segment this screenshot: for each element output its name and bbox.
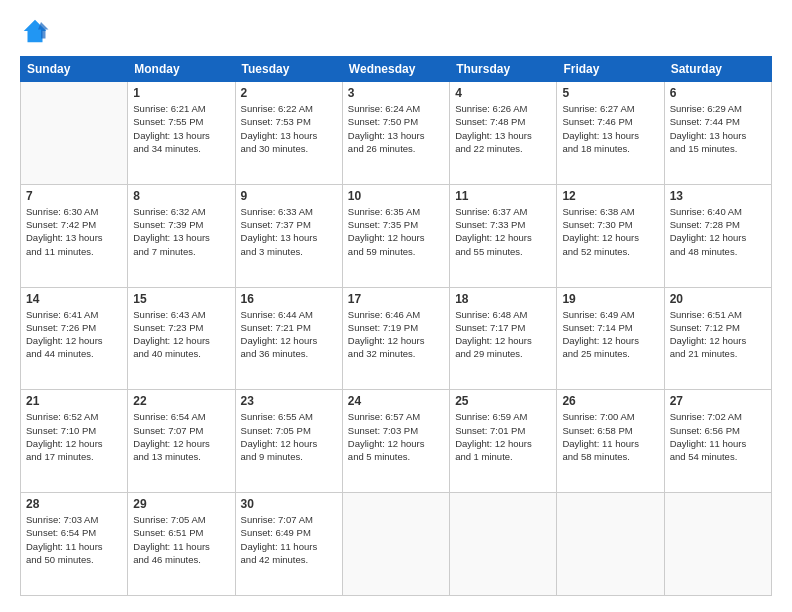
day-info: Sunrise: 6:48 AM Sunset: 7:17 PM Dayligh… [455,308,551,361]
day-info: Sunrise: 7:03 AM Sunset: 6:54 PM Dayligh… [26,513,122,566]
calendar-cell [450,493,557,596]
day-info: Sunrise: 6:41 AM Sunset: 7:26 PM Dayligh… [26,308,122,361]
day-info: Sunrise: 6:52 AM Sunset: 7:10 PM Dayligh… [26,410,122,463]
day-number: 14 [26,292,122,306]
day-info: Sunrise: 7:00 AM Sunset: 6:58 PM Dayligh… [562,410,658,463]
day-info: Sunrise: 6:49 AM Sunset: 7:14 PM Dayligh… [562,308,658,361]
day-number: 16 [241,292,337,306]
day-info: Sunrise: 6:38 AM Sunset: 7:30 PM Dayligh… [562,205,658,258]
day-number: 26 [562,394,658,408]
calendar-cell: 29Sunrise: 7:05 AM Sunset: 6:51 PM Dayli… [128,493,235,596]
day-info: Sunrise: 6:21 AM Sunset: 7:55 PM Dayligh… [133,102,229,155]
calendar-cell: 22Sunrise: 6:54 AM Sunset: 7:07 PM Dayli… [128,390,235,493]
calendar-cell: 18Sunrise: 6:48 AM Sunset: 7:17 PM Dayli… [450,287,557,390]
calendar-table: SundayMondayTuesdayWednesdayThursdayFrid… [20,56,772,596]
day-info: Sunrise: 6:37 AM Sunset: 7:33 PM Dayligh… [455,205,551,258]
calendar-week-row: 1Sunrise: 6:21 AM Sunset: 7:55 PM Daylig… [21,82,772,185]
weekday-header-friday: Friday [557,57,664,82]
calendar-week-row: 7Sunrise: 6:30 AM Sunset: 7:42 PM Daylig… [21,184,772,287]
calendar-cell: 5Sunrise: 6:27 AM Sunset: 7:46 PM Daylig… [557,82,664,185]
calendar-cell: 20Sunrise: 6:51 AM Sunset: 7:12 PM Dayli… [664,287,771,390]
calendar-cell: 27Sunrise: 7:02 AM Sunset: 6:56 PM Dayli… [664,390,771,493]
calendar-cell: 23Sunrise: 6:55 AM Sunset: 7:05 PM Dayli… [235,390,342,493]
calendar-week-row: 21Sunrise: 6:52 AM Sunset: 7:10 PM Dayli… [21,390,772,493]
day-info: Sunrise: 6:33 AM Sunset: 7:37 PM Dayligh… [241,205,337,258]
day-info: Sunrise: 6:46 AM Sunset: 7:19 PM Dayligh… [348,308,444,361]
calendar-cell [21,82,128,185]
calendar-cell: 21Sunrise: 6:52 AM Sunset: 7:10 PM Dayli… [21,390,128,493]
logo-icon [20,16,50,46]
day-info: Sunrise: 6:22 AM Sunset: 7:53 PM Dayligh… [241,102,337,155]
day-number: 17 [348,292,444,306]
calendar-cell: 17Sunrise: 6:46 AM Sunset: 7:19 PM Dayli… [342,287,449,390]
calendar-cell [557,493,664,596]
calendar-cell: 2Sunrise: 6:22 AM Sunset: 7:53 PM Daylig… [235,82,342,185]
day-number: 5 [562,86,658,100]
day-number: 25 [455,394,551,408]
calendar-cell: 13Sunrise: 6:40 AM Sunset: 7:28 PM Dayli… [664,184,771,287]
weekday-header-sunday: Sunday [21,57,128,82]
day-info: Sunrise: 6:54 AM Sunset: 7:07 PM Dayligh… [133,410,229,463]
calendar-cell: 11Sunrise: 6:37 AM Sunset: 7:33 PM Dayli… [450,184,557,287]
calendar-cell: 26Sunrise: 7:00 AM Sunset: 6:58 PM Dayli… [557,390,664,493]
day-number: 23 [241,394,337,408]
calendar-cell: 8Sunrise: 6:32 AM Sunset: 7:39 PM Daylig… [128,184,235,287]
day-number: 20 [670,292,766,306]
day-number: 24 [348,394,444,408]
day-info: Sunrise: 6:43 AM Sunset: 7:23 PM Dayligh… [133,308,229,361]
day-number: 12 [562,189,658,203]
calendar-week-row: 28Sunrise: 7:03 AM Sunset: 6:54 PM Dayli… [21,493,772,596]
day-info: Sunrise: 6:57 AM Sunset: 7:03 PM Dayligh… [348,410,444,463]
day-info: Sunrise: 6:55 AM Sunset: 7:05 PM Dayligh… [241,410,337,463]
calendar-cell: 30Sunrise: 7:07 AM Sunset: 6:49 PM Dayli… [235,493,342,596]
calendar-cell: 4Sunrise: 6:26 AM Sunset: 7:48 PM Daylig… [450,82,557,185]
day-number: 10 [348,189,444,203]
weekday-header-thursday: Thursday [450,57,557,82]
calendar-cell: 10Sunrise: 6:35 AM Sunset: 7:35 PM Dayli… [342,184,449,287]
day-info: Sunrise: 6:40 AM Sunset: 7:28 PM Dayligh… [670,205,766,258]
calendar-cell: 3Sunrise: 6:24 AM Sunset: 7:50 PM Daylig… [342,82,449,185]
calendar-cell: 28Sunrise: 7:03 AM Sunset: 6:54 PM Dayli… [21,493,128,596]
day-info: Sunrise: 6:44 AM Sunset: 7:21 PM Dayligh… [241,308,337,361]
calendar-week-row: 14Sunrise: 6:41 AM Sunset: 7:26 PM Dayli… [21,287,772,390]
day-info: Sunrise: 7:07 AM Sunset: 6:49 PM Dayligh… [241,513,337,566]
day-info: Sunrise: 6:59 AM Sunset: 7:01 PM Dayligh… [455,410,551,463]
day-number: 19 [562,292,658,306]
calendar-cell: 6Sunrise: 6:29 AM Sunset: 7:44 PM Daylig… [664,82,771,185]
day-number: 28 [26,497,122,511]
day-number: 2 [241,86,337,100]
day-info: Sunrise: 6:24 AM Sunset: 7:50 PM Dayligh… [348,102,444,155]
calendar-cell [342,493,449,596]
day-number: 6 [670,86,766,100]
day-number: 30 [241,497,337,511]
day-number: 21 [26,394,122,408]
logo [20,16,54,46]
calendar-cell: 25Sunrise: 6:59 AM Sunset: 7:01 PM Dayli… [450,390,557,493]
day-number: 9 [241,189,337,203]
day-info: Sunrise: 6:26 AM Sunset: 7:48 PM Dayligh… [455,102,551,155]
calendar-cell: 19Sunrise: 6:49 AM Sunset: 7:14 PM Dayli… [557,287,664,390]
day-number: 27 [670,394,766,408]
weekday-header-tuesday: Tuesday [235,57,342,82]
calendar-cell: 9Sunrise: 6:33 AM Sunset: 7:37 PM Daylig… [235,184,342,287]
calendar-cell: 1Sunrise: 6:21 AM Sunset: 7:55 PM Daylig… [128,82,235,185]
day-info: Sunrise: 6:35 AM Sunset: 7:35 PM Dayligh… [348,205,444,258]
page-header [20,16,772,46]
calendar-cell [664,493,771,596]
weekday-header-wednesday: Wednesday [342,57,449,82]
calendar-cell: 7Sunrise: 6:30 AM Sunset: 7:42 PM Daylig… [21,184,128,287]
weekday-header-monday: Monday [128,57,235,82]
day-number: 1 [133,86,229,100]
day-number: 4 [455,86,551,100]
day-number: 18 [455,292,551,306]
calendar-cell: 14Sunrise: 6:41 AM Sunset: 7:26 PM Dayli… [21,287,128,390]
day-number: 15 [133,292,229,306]
day-info: Sunrise: 6:27 AM Sunset: 7:46 PM Dayligh… [562,102,658,155]
day-info: Sunrise: 7:05 AM Sunset: 6:51 PM Dayligh… [133,513,229,566]
day-info: Sunrise: 6:30 AM Sunset: 7:42 PM Dayligh… [26,205,122,258]
weekday-header-row: SundayMondayTuesdayWednesdayThursdayFrid… [21,57,772,82]
day-info: Sunrise: 6:29 AM Sunset: 7:44 PM Dayligh… [670,102,766,155]
calendar-cell: 15Sunrise: 6:43 AM Sunset: 7:23 PM Dayli… [128,287,235,390]
day-info: Sunrise: 7:02 AM Sunset: 6:56 PM Dayligh… [670,410,766,463]
day-number: 7 [26,189,122,203]
